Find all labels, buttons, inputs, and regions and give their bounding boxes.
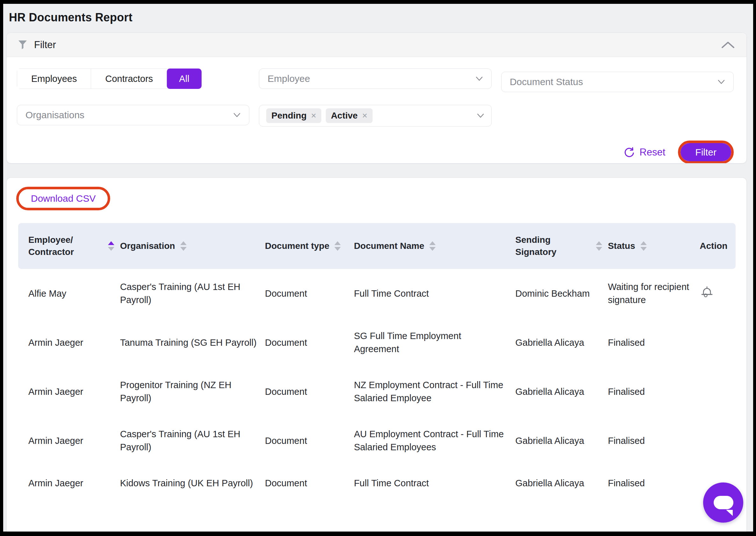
filter-submit-button[interactable]: Filter — [680, 143, 731, 161]
filter-panel-title: Filter — [34, 39, 56, 51]
filter-panel-body: Employees Contractors All Employee Docum… — [7, 57, 746, 163]
reset-button[interactable]: Reset — [623, 147, 665, 158]
reset-icon — [623, 147, 635, 158]
filter-actions-row: Reset Filter — [17, 141, 734, 163]
employee-select[interactable]: Employee — [259, 69, 491, 89]
cell-sending-signatory: Gabriella Alicaya — [515, 367, 608, 416]
status-tag-active: Active × — [326, 108, 372, 123]
chevron-down-icon — [717, 79, 725, 84]
page-title: HR Documents Report — [9, 11, 133, 24]
column-header-status[interactable]: Status — [608, 223, 700, 269]
segment-contractors[interactable]: Contractors — [91, 69, 167, 88]
sort-icon[interactable] — [108, 241, 114, 251]
cell-status: Finalised — [608, 465, 700, 501]
cell-action — [700, 416, 736, 465]
cell-status: Finalised — [608, 367, 700, 416]
bell-icon[interactable] — [700, 285, 714, 299]
tag-remove-icon[interactable]: × — [311, 111, 316, 121]
document-status-select[interactable]: Document Status — [501, 72, 734, 92]
cell-sending-signatory: Gabriella Alicaya — [515, 416, 608, 465]
cell-action — [700, 367, 736, 416]
cell-employee: Armin Jaeger — [18, 367, 120, 416]
cell-organisation: Tanuma Training (SG EH Payroll) — [120, 318, 265, 367]
table-row: Armin Jaeger Casper's Training (AU 1st E… — [18, 416, 736, 465]
entity-type-segmented-control: Employees Contractors All — [17, 69, 202, 89]
cell-organisation: Casper's Training (AU 1st EH Payroll) — [120, 269, 265, 318]
tag-remove-icon[interactable]: × — [362, 111, 367, 121]
table-header-row: Employee/ Contractor Organisation Docume… — [18, 223, 736, 269]
organisations-placeholder: Organisations — [25, 110, 84, 120]
status-multiselect[interactable]: Pending × Active × — [259, 105, 491, 126]
documents-table: Employee/ Contractor Organisation Docume… — [18, 223, 736, 501]
segment-employees[interactable]: Employees — [17, 69, 91, 88]
filter-button-annotation-ring: Filter — [678, 141, 734, 163]
column-header-sending-signatory[interactable]: Sending Signatory — [515, 223, 608, 269]
column-header-document-name[interactable]: Document Name — [354, 223, 515, 269]
status-tag-pending: Pending × — [266, 108, 321, 123]
column-header-employee-contractor[interactable]: Employee/ Contractor — [18, 223, 120, 269]
sort-icon[interactable] — [429, 241, 436, 251]
cell-status: Finalised — [608, 318, 700, 367]
filter-panel-header[interactable]: Filter — [7, 33, 746, 57]
spacer — [501, 105, 734, 126]
sort-icon[interactable] — [334, 241, 341, 251]
cell-employee: Armin Jaeger — [18, 465, 120, 501]
segment-all[interactable]: All — [167, 69, 201, 89]
cell-action — [700, 318, 736, 367]
results-panel: Download CSV Employee/ Contractor Organi… — [6, 178, 747, 531]
funnel-icon — [18, 40, 27, 50]
employee-select-placeholder: Employee — [268, 73, 310, 84]
chevron-down-icon — [475, 76, 483, 81]
column-header-document-type[interactable]: Document type — [265, 223, 354, 269]
download-csv-button[interactable]: Download CSV — [19, 189, 108, 208]
cell-employee: Alfie May — [18, 269, 120, 318]
column-header-action: Action — [700, 223, 736, 269]
cell-document-type: Document — [265, 318, 354, 367]
sort-icon[interactable] — [596, 241, 602, 251]
cell-document-name: AU Employment Contract - Full Time Salar… — [354, 416, 515, 465]
cell-document-type: Document — [265, 367, 354, 416]
cell-document-name: NZ Employment Contract - Full Time Salar… — [354, 367, 515, 416]
cell-sending-signatory: Gabriella Alicaya — [515, 465, 608, 501]
chevron-down-icon — [477, 113, 484, 118]
cell-document-name: Full Time Contract — [354, 269, 515, 318]
cell-sending-signatory: Gabriella Alicaya — [515, 318, 608, 367]
chevron-up-icon[interactable] — [721, 41, 735, 49]
table-row: Armin Jaeger Kidows Training (UK EH Payr… — [18, 465, 736, 501]
status-tag-active-label: Active — [331, 111, 358, 121]
cell-sending-signatory: Dominic Beckham — [515, 269, 608, 318]
cell-organisation: Casper's Training (AU 1st EH Payroll) — [120, 416, 265, 465]
sort-icon[interactable] — [641, 241, 647, 251]
cell-status: Finalised — [608, 416, 700, 465]
column-header-organisation[interactable]: Organisation — [120, 223, 265, 269]
cell-document-type: Document — [265, 416, 354, 465]
organisations-select[interactable]: Organisations — [17, 105, 249, 125]
status-tag-pending-label: Pending — [271, 111, 306, 121]
reset-label: Reset — [640, 147, 665, 158]
download-csv-annotation-ring: Download CSV — [16, 187, 746, 210]
chat-widget-button[interactable] — [703, 483, 743, 522]
cell-employee: Armin Jaeger — [18, 318, 120, 367]
cell-document-type: Document — [265, 269, 354, 318]
cell-action — [700, 269, 736, 318]
table-row: Armin Jaeger Tanuma Training (SG EH Payr… — [18, 318, 736, 367]
page: HR Documents Report Filter Employees Con… — [3, 4, 753, 531]
cell-document-type: Document — [265, 465, 354, 501]
document-status-placeholder: Document Status — [510, 77, 583, 87]
chevron-down-icon — [233, 113, 241, 117]
cell-status: Waiting for recipient signature — [608, 269, 700, 318]
cell-organisation: Kidows Training (UK EH Payroll) — [120, 465, 265, 501]
table-row: Armin Jaeger Progenitor Training (NZ EH … — [18, 367, 736, 416]
cell-document-name: SG Full Time Employment Agreement — [354, 318, 515, 367]
chat-bubble-icon — [703, 483, 743, 522]
table-row: Alfie May Casper's Training (AU 1st EH P… — [18, 269, 736, 318]
cell-organisation: Progenitor Training (NZ EH Payroll) — [120, 367, 265, 416]
filter-panel: Filter Employees Contractors All Employe… — [6, 32, 747, 163]
sort-icon[interactable] — [180, 241, 187, 251]
cell-employee: Armin Jaeger — [18, 416, 120, 465]
cell-document-name: Full Time Contract — [354, 465, 515, 501]
